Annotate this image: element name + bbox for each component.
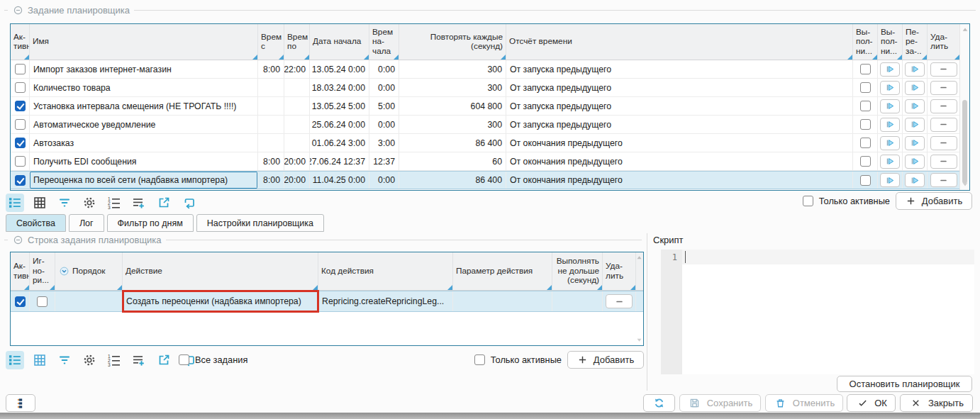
task-action-row[interactable]: Создать переоценки (надбавка импортера)R… (11, 291, 643, 312)
column-header[interactable]: Выполнять не дольше (секунд) (552, 252, 603, 290)
toolbar-button-numbered-list[interactable]: 123 (105, 194, 123, 212)
refresh-button[interactable] (643, 394, 675, 412)
tab-свойства[interactable]: Свойства (6, 214, 66, 232)
column-header[interactable]: Дата начала (310, 24, 369, 60)
delete-task-button[interactable] (930, 118, 957, 132)
run-button[interactable] (880, 99, 900, 113)
collapse-icon[interactable] (12, 234, 23, 245)
save-button[interactable]: Сохранить (679, 394, 761, 412)
rerun-button[interactable] (905, 155, 925, 169)
rerun-button[interactable] (905, 118, 925, 132)
run-button[interactable] (880, 136, 900, 150)
ok-button[interactable]: ОК (847, 394, 896, 412)
only-active-checkbox[interactable] (803, 196, 813, 206)
delete-task-button[interactable] (930, 62, 957, 77)
executed-checkbox[interactable] (860, 101, 871, 111)
column-header[interactable]: Код действия (318, 252, 453, 290)
executed-checkbox[interactable] (860, 64, 871, 74)
rerun-button[interactable] (905, 136, 925, 150)
toolbar-button-list-view[interactable] (6, 194, 24, 212)
add-task-button[interactable]: Добавить (896, 192, 972, 210)
column-header[interactable]: Уда- лить (928, 24, 960, 60)
task-row[interactable]: Получить EDI сообщения8:0020:0027.06.24 … (11, 152, 969, 171)
close-button[interactable]: Закрыть (900, 394, 973, 412)
toolbar-button-filter[interactable] (55, 351, 74, 369)
task-row[interactable]: Импорт заказов интернет-магазин8:0022:00… (11, 60, 969, 79)
run-button[interactable] (880, 173, 900, 187)
column-header[interactable]: Вы- пол- ни... (853, 24, 878, 60)
column-header[interactable]: Пе- ре- за-.. (903, 24, 928, 60)
add-task-row-button[interactable]: Добавить (567, 351, 644, 369)
toolbar-button-list-add[interactable] (130, 351, 148, 369)
cancel-button[interactable]: Отменить (765, 394, 843, 412)
rerun-button[interactable] (905, 81, 925, 95)
active-checkbox[interactable] (15, 138, 26, 148)
rerun-button[interactable] (905, 99, 925, 113)
column-header[interactable]: Уда- лить (603, 252, 636, 290)
toolbar-button-repeat[interactable] (179, 194, 198, 212)
executed-checkbox[interactable] (860, 138, 871, 148)
task-row[interactable]: Количество товара18.03.24 0:000:00300От … (11, 79, 969, 97)
only-active-checkbox[interactable] (474, 354, 485, 365)
run-button[interactable] (880, 62, 900, 77)
active-checkbox[interactable] (15, 296, 26, 307)
column-header[interactable]: Ак- тивн (11, 24, 30, 60)
more-options-button[interactable] (6, 394, 35, 412)
column-header[interactable]: Действие (123, 252, 318, 290)
toolbar-button-gear[interactable] (80, 351, 99, 369)
column-header[interactable]: Повторять каждые (секунд) (399, 24, 506, 60)
column-header[interactable]: Отсчёт времени (506, 24, 853, 60)
tab-фильтр-по-дням[interactable]: Фильтр по дням (107, 214, 194, 232)
executed-checkbox[interactable] (860, 156, 871, 167)
delete-action-row-button[interactable] (606, 294, 633, 308)
toolbar-button-grid-view[interactable] (30, 194, 49, 212)
executed-checkbox[interactable] (860, 119, 871, 130)
delete-task-button[interactable] (930, 81, 957, 95)
task-row[interactable]: Установка интервала смещения (НЕ ТРОГАТЬ… (11, 97, 969, 116)
column-header[interactable]: Иг- но- ри... (30, 252, 55, 290)
column-header[interactable]: Ак- тивн (11, 252, 30, 290)
rerun-button[interactable] (905, 62, 925, 77)
delete-task-button[interactable] (930, 173, 957, 187)
scroll-down-icon[interactable] (960, 180, 969, 189)
toolbar-button-numbered-list[interactable]: 123 (105, 351, 123, 369)
rerun-button[interactable] (905, 173, 925, 187)
tab-настройки-планировщика[interactable]: Настройки планировщика (196, 214, 324, 232)
all-tasks-checkbox[interactable] (179, 354, 189, 365)
toolbar-button-list-view[interactable] (6, 351, 24, 369)
vertical-scrollbar[interactable] (959, 24, 969, 190)
column-header[interactable]: Имя (30, 24, 258, 60)
run-button[interactable] (880, 81, 900, 95)
task-row[interactable]: Автоматическое уведомление25.06.24 0:000… (11, 116, 969, 134)
sort-order-icon[interactable] (58, 266, 69, 277)
toolbar-button-filter[interactable] (55, 194, 74, 212)
stop-scheduler-button[interactable]: Остановить планировщик (837, 376, 972, 392)
toolbar-button-gear[interactable] (80, 194, 99, 212)
tab-лог[interactable]: Лог (69, 214, 104, 232)
delete-task-button[interactable] (930, 155, 957, 169)
active-checkbox[interactable] (15, 156, 26, 167)
toolbar-button-list-add[interactable] (130, 194, 148, 212)
scroll-thumb[interactable] (962, 100, 967, 184)
delete-task-button[interactable] (930, 99, 957, 113)
active-checkbox[interactable] (15, 119, 26, 130)
task-row[interactable]: Переоценка по всей сети (надбавка импорт… (11, 171, 969, 189)
collapse-icon[interactable] (12, 4, 23, 16)
column-header[interactable]: Порядок (55, 252, 123, 290)
script-editor[interactable]: 1 (661, 250, 974, 374)
column-header[interactable]: Врем по (284, 24, 310, 60)
task-row[interactable]: Автозаказ01.06.24 3:003:0086 400От оконч… (11, 134, 969, 152)
column-header[interactable]: Врем с (258, 24, 284, 60)
active-checkbox[interactable] (15, 82, 26, 93)
active-checkbox[interactable] (15, 175, 26, 186)
vertical-scrollbar[interactable] (635, 252, 643, 345)
toolbar-button-open-external[interactable] (155, 194, 173, 212)
executed-checkbox[interactable] (860, 175, 871, 186)
toolbar-button-grid-view[interactable] (30, 351, 49, 369)
run-button[interactable] (880, 118, 900, 132)
executed-checkbox[interactable] (860, 82, 871, 93)
scroll-up-icon[interactable] (635, 254, 643, 262)
column-header[interactable]: Врем на- чала (369, 24, 399, 60)
active-checkbox[interactable] (15, 64, 26, 74)
column-header[interactable]: Вы- пол- ни... (878, 24, 903, 60)
